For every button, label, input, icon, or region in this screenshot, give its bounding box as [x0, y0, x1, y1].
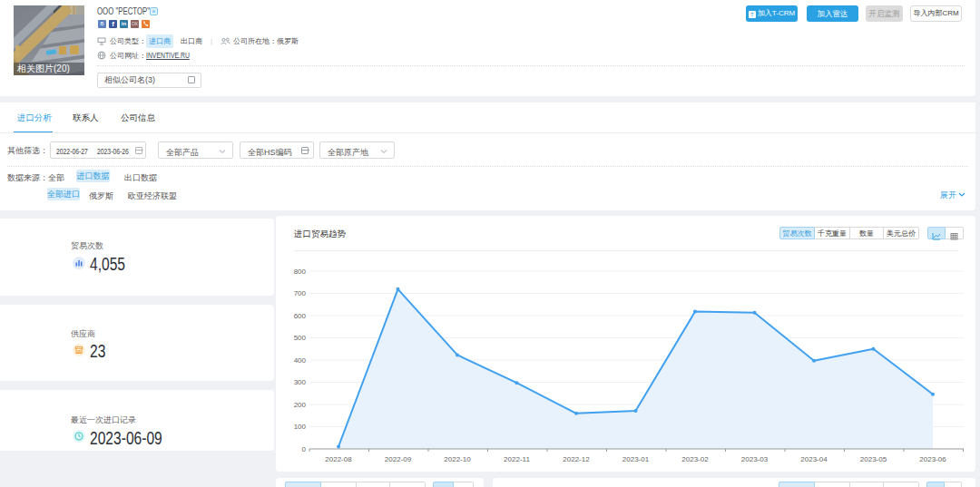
svg-text:2022-12: 2022-12: [563, 455, 590, 463]
svg-text:500: 500: [294, 334, 307, 342]
svg-text:2023-06: 2023-06: [919, 455, 946, 463]
svg-text:2023-03: 2023-03: [741, 455, 769, 463]
svg-text:2022-08: 2022-08: [325, 455, 352, 463]
svg-text:2023-05: 2023-05: [860, 455, 887, 463]
svg-text:2022-11: 2022-11: [504, 455, 530, 463]
svg-text:2023-01: 2023-01: [622, 455, 650, 463]
svg-text:800: 800: [294, 268, 307, 276]
svg-text:200: 200: [294, 401, 307, 409]
svg-text:400: 400: [294, 356, 307, 365]
svg-text:0: 0: [302, 445, 307, 453]
svg-text:2023-04: 2023-04: [800, 455, 828, 463]
svg-text:300: 300: [294, 378, 307, 386]
svg-text:2022-09: 2022-09: [385, 455, 412, 463]
svg-text:2022-10: 2022-10: [444, 455, 471, 463]
svg-text:600: 600: [294, 312, 307, 320]
svg-text:100: 100: [294, 423, 307, 431]
svg-text:2023-02: 2023-02: [681, 455, 709, 463]
svg-text:700: 700: [294, 289, 307, 297]
